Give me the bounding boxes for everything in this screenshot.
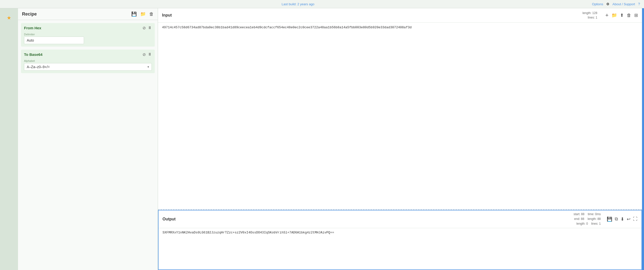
add-input-icon[interactable]: + (605, 12, 608, 19)
output-length-label: length: (588, 217, 597, 221)
output-title: Output (162, 217, 176, 221)
from-hex-pause-icon[interactable]: ⏸ (148, 26, 152, 30)
output-time-label: time: (588, 212, 595, 216)
open-file-icon[interactable]: 📁 (612, 13, 617, 18)
operation-from-hex: From Hex ⊘ ⏸ Delimiter Auto (21, 23, 155, 47)
output-time-value: 0ms (595, 212, 601, 216)
output-content[interactable]: SXFMRXxY1nNK2HvaDs0LG61B2JzuzqHrTZzc+sz2… (158, 228, 642, 269)
sidebar-item-favorites[interactable]: ★ (4, 13, 14, 22)
to-base64-pause-icon[interactable]: ⏸ (148, 52, 152, 57)
sidebar-icons: ★ (0, 8, 18, 270)
options-link[interactable]: Options (592, 2, 603, 6)
from-hex-disable-icon[interactable]: ⊘ (142, 26, 146, 30)
input-header: Input length: 128 lines: 1 + 📁 ⬆ 🗑 ⊞ (158, 8, 642, 23)
clear-input-icon[interactable]: 🗑 (627, 13, 631, 18)
recipe-header-icons: 💾 📁 🗑 (131, 11, 154, 17)
alphabet-dropdown[interactable]: A–Za–z0–9+/= ▾ (24, 63, 152, 71)
input-length-value: 128 (592, 11, 597, 15)
import-icon[interactable]: ⬆ (620, 13, 624, 18)
output-start-label: start: (574, 212, 581, 216)
operation-to-base64: To Base64 ⊘ ⏸ Alphabet A–Za–z0–9+/= ▾ (21, 50, 155, 73)
from-hex-header: From Hex ⊘ ⏸ (24, 26, 152, 30)
to-base64-title: To Base64 (24, 52, 42, 57)
question-icon[interactable]: ? (638, 2, 640, 6)
copy-output-icon[interactable]: ⧉ (615, 216, 618, 222)
operations-area: From Hex ⊘ ⏸ Delimiter Auto To Base64 ⊘ (18, 20, 158, 270)
input-content[interactable]: 49714c457c58d6734ad87bda0ec38b1bad41d89c… (158, 23, 642, 209)
top-bar-center: Last build: 2 years ago (282, 2, 314, 6)
recipe-folder-icon[interactable]: 📁 (140, 11, 146, 17)
input-lines-value: 1 (596, 16, 597, 19)
from-hex-delimiter-field: Delimiter Auto (24, 33, 152, 44)
about-support-link[interactable]: About / Support (612, 2, 635, 6)
output-header: Output start: 88 time: 0ms end: 88 lengt… (158, 210, 642, 228)
input-actions: + 📁 ⬆ 🗑 ⊞ (605, 12, 638, 19)
input-text: 49714c457c58d6734ad87bda0ec38b1bad41d89c… (162, 26, 412, 29)
top-bar-right: Options ⚙ About / Support ? (592, 2, 640, 6)
alphabet-label: Alphabet (24, 59, 152, 62)
output-start-value: 88 (581, 212, 584, 216)
delimiter-label: Delimiter (24, 33, 152, 36)
output-length-value: 88 (598, 217, 601, 221)
recipe-title: Recipe (22, 12, 37, 17)
input-title: Input (162, 13, 172, 18)
to-base64-controls: ⊘ ⏸ (142, 52, 152, 57)
save-output-icon[interactable]: 💾 (607, 216, 612, 222)
io-panel: Input length: 128 lines: 1 + 📁 ⬆ 🗑 ⊞ (158, 8, 642, 270)
gear-icon[interactable]: ⚙ (606, 2, 610, 6)
undo-output-icon[interactable]: ↩ (627, 216, 630, 222)
output-section: Output start: 88 time: 0ms end: 88 lengt… (158, 210, 642, 270)
last-build-text: Last build: 2 years ago (282, 2, 314, 6)
output-end-value: 88 (581, 217, 584, 221)
recipe-panel: Recipe 💾 📁 🗑 From Hex ⊘ ⏸ Delimiter (18, 8, 158, 270)
export-output-icon[interactable]: ⬇ (620, 216, 624, 222)
fullscreen-output-icon[interactable]: ⛶ (633, 216, 638, 222)
recipe-header: Recipe 💾 📁 🗑 (18, 8, 158, 20)
to-base64-disable-icon[interactable]: ⊘ (142, 52, 146, 57)
to-base64-alphabet-field: Alphabet A–Za–z0–9+/= ▾ (24, 59, 152, 71)
chevron-down-icon: ▾ (148, 65, 149, 69)
output-length2-label: length: (576, 222, 586, 225)
input-length-label: length: (582, 11, 592, 15)
output-lines-label: lines: (591, 222, 599, 225)
alphabet-value: A–Za–z0–9+/= (27, 65, 50, 69)
recipe-trash-icon[interactable]: 🗑 (149, 12, 154, 17)
output-actions: 💾 ⧉ ⬇ ↩ ⛶ (607, 216, 638, 222)
from-hex-controls: ⊘ ⏸ (142, 26, 152, 30)
output-meta: start: 88 time: 0ms end: 88 length: 88 l… (574, 212, 601, 226)
output-lines-value: 1 (599, 222, 601, 225)
input-section: Input length: 128 lines: 1 + 📁 ⬆ 🗑 ⊞ (158, 8, 642, 210)
recipe-save-icon[interactable]: 💾 (131, 11, 137, 17)
output-text: SXFMRXxY1nNK2HvaDs0LG61B2JzuzqHrTZzc+sz2… (162, 231, 334, 234)
layout-icon[interactable]: ⊞ (634, 13, 638, 18)
right-edge-bar (642, 8, 644, 270)
input-lines-label: lines: (588, 16, 596, 19)
from-hex-title: From Hex (24, 26, 41, 30)
main-layout: ★ Recipe 💾 📁 🗑 From Hex ⊘ ⏸ (0, 8, 644, 270)
output-end-label: end: (574, 217, 581, 221)
to-base64-header: To Base64 ⊘ ⏸ (24, 52, 152, 57)
input-meta: length: 128 lines: 1 (582, 11, 597, 20)
top-bar: Last build: 2 years ago Options ⚙ About … (0, 0, 644, 8)
delimiter-value[interactable]: Auto (24, 37, 84, 44)
output-length2-value: 0 (586, 222, 588, 225)
